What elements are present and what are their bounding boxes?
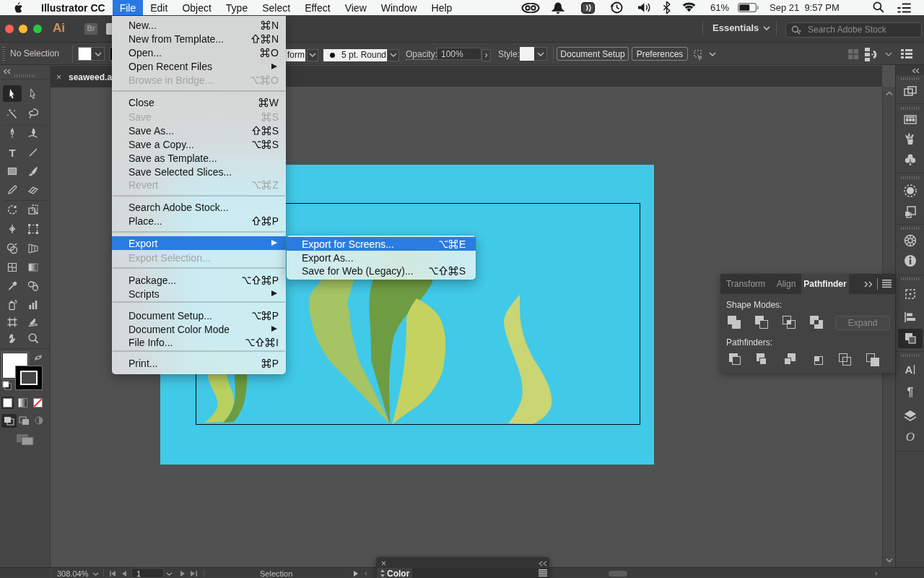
svg-text:T: T (9, 147, 15, 158)
svg-text:¶: ¶ (907, 386, 914, 398)
svg-text:A: A (905, 363, 913, 376)
svg-text:O: O (906, 430, 915, 444)
